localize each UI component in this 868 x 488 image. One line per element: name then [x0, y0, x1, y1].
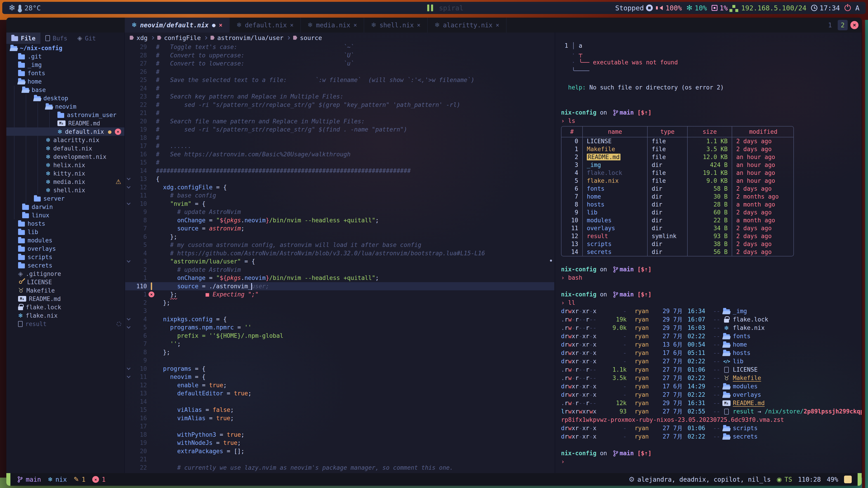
terminal-pane[interactable]: 1 │ a · ┬ · ╰── executable was not found…: [555, 33, 862, 473]
code-line[interactable]: 10 "nvim" = {: [125, 200, 554, 208]
code-line[interactable]: 11 neovim = {: [125, 373, 554, 381]
close-buffer-icon[interactable]: ×: [496, 22, 499, 29]
file-name[interactable]: modules: [733, 382, 758, 391]
tree-item[interactable]: M↓README.md: [6, 119, 124, 127]
file-name[interactable]: home: [733, 340, 747, 349]
tab-page-indicator[interactable]: 2: [838, 20, 848, 30]
file-name[interactable]: flake.lock: [733, 315, 768, 324]
tree-item[interactable]: ❄kitty.nix: [6, 169, 124, 177]
code-line[interactable]: 19 withNodeJs = true;: [125, 439, 554, 447]
tree-item[interactable]: ❄default.nix: [6, 144, 124, 153]
close-buffer-icon[interactable]: ×: [219, 22, 222, 29]
code-line[interactable]: 8 };: [125, 348, 554, 357]
breadcrumb-item[interactable]: configFile: [157, 34, 201, 41]
breadcrumb-item[interactable]: xdg: [130, 34, 148, 41]
close-window-icon[interactable]: ×: [850, 21, 859, 29]
code-line[interactable]: 4 # https://github.com/AstroNvim/AstroNv…: [125, 249, 554, 258]
tree-item[interactable]: ❄shell.nix: [6, 186, 124, 194]
fold-icon[interactable]: [125, 315, 132, 324]
code-line[interactable]: 25# Save the selected text to a file: `:…: [125, 76, 554, 84]
file-name[interactable]: overlays: [733, 391, 761, 399]
code-line[interactable]: 1 onChange = "${pkgs.neovim}/bin/nvim --…: [125, 274, 554, 282]
file-name[interactable]: flake.nix: [733, 324, 765, 332]
close-buffer-icon[interactable]: ×: [353, 22, 357, 29]
editor-scrollbar-dot[interactable]: [550, 260, 552, 262]
neotree-tab-bufs[interactable]: Bufs: [40, 33, 72, 44]
tree-item[interactable]: desktop: [6, 94, 124, 102]
close-file-icon[interactable]: ×: [115, 129, 121, 135]
tree-item[interactable]: overlays: [6, 245, 124, 253]
breadcrumb-item[interactable]: astronvim/lua/user: [211, 34, 283, 41]
code-line[interactable]: 27# Convert to lowercase: `u`: [125, 59, 554, 68]
code-line[interactable]: 3 "astronvim/lua/user" = {: [125, 257, 554, 266]
shell-prompt-caret[interactable]: ›: [561, 457, 862, 466]
tree-item[interactable]: ❄media.nix⚠: [6, 177, 124, 186]
tree-item[interactable]: secrets: [6, 261, 124, 269]
code-line[interactable]: 1× }; ■ Expecting ";": [125, 290, 554, 299]
fold-icon[interactable]: [125, 183, 132, 192]
fold-icon[interactable]: [125, 175, 132, 183]
editor-pane[interactable]: xdgconfigFileastronvim/lua/usersource 29…: [125, 33, 554, 473]
code-line[interactable]: 2 };: [125, 299, 554, 307]
code-line[interactable]: 15 viAlias = false;: [125, 406, 554, 414]
tree-item[interactable]: scripts: [6, 253, 124, 261]
code-line[interactable]: 26#: [125, 68, 554, 76]
neotree-tab-file[interactable]: File: [6, 33, 40, 44]
shell-command[interactable]: › ll: [561, 299, 862, 307]
tree-item[interactable]: ~/nix-config: [6, 44, 124, 52]
buffer-tab[interactable]: ❄alacritty.nix×: [428, 18, 506, 33]
tree-item[interactable]: result: [6, 320, 124, 328]
file-name[interactable]: README.md: [733, 399, 765, 408]
tree-item[interactable]: server: [6, 194, 124, 203]
shell-command[interactable]: › ls: [561, 117, 862, 125]
code-line[interactable]: 110 source = ./astronvim_user;: [125, 282, 554, 291]
code-line[interactable]: 22# sed -ri "s/pattern_str/replace_str/g…: [125, 101, 554, 109]
code-line[interactable]: 11 # base config: [125, 191, 554, 200]
code-line[interactable]: 22 # currently we use lazy.nvim as neovi…: [125, 464, 554, 472]
file-name[interactable]: scripts: [733, 424, 758, 432]
tree-item[interactable]: M↓README.md: [6, 295, 124, 303]
file-name[interactable]: _img: [733, 307, 747, 315]
statusline-git-branch[interactable]: main: [17, 476, 41, 483]
code-line[interactable]: 17: [125, 422, 554, 431]
tree-item[interactable]: .git: [6, 52, 124, 61]
code-line[interactable]: 6 prefix = ''${HOME}/.npm-global: [125, 332, 554, 340]
code-line[interactable]: 6 };: [125, 233, 554, 241]
code-line[interactable]: 16# See https://astronvim.com/Basic%20Us…: [125, 150, 554, 159]
tree-item[interactable]: ❄helix.nix: [6, 161, 124, 169]
code-line[interactable]: 13{: [125, 175, 554, 183]
code-line[interactable]: 7 '';: [125, 340, 554, 348]
tree-item[interactable]: ◈.gitignore: [6, 269, 124, 278]
code-line[interactable]: 3: [125, 307, 554, 315]
file-name[interactable]: lib: [733, 357, 743, 365]
code-line[interactable]: 5 # my cusotom astronvim config, astronv…: [125, 241, 554, 249]
code-line[interactable]: 20 extraPackages = [];: [125, 447, 554, 455]
code-line[interactable]: 14######################################…: [125, 167, 554, 175]
buffer-tab[interactable]: ❄shell.nix×: [364, 18, 428, 33]
fold-icon[interactable]: [125, 365, 132, 373]
code-line[interactable]: 20# Search file name pattern and Replace…: [125, 117, 554, 126]
code-line[interactable]: 16 vimAlias = true;: [125, 414, 554, 422]
file-name[interactable]: secrets: [733, 432, 758, 441]
fold-icon[interactable]: [125, 323, 132, 332]
code-line[interactable]: 21: [125, 455, 554, 464]
tree-item[interactable]: fonts: [6, 69, 124, 77]
code-line[interactable]: 21#: [125, 109, 554, 117]
buffer-tab[interactable]: ❄default.nix×: [230, 18, 301, 33]
code-line[interactable]: 19# sed -ri "s/pattern_str/replace_str/g…: [125, 125, 554, 134]
code-line[interactable]: 7 source = astronvim;: [125, 224, 554, 233]
code-line[interactable]: 9 # update AstroNvim: [125, 208, 554, 216]
buffer-tab[interactable]: ❄neovim/default.nix●×: [125, 18, 230, 33]
code-line[interactable]: 4 nixpkgs.config = {: [125, 315, 554, 324]
tree-item[interactable]: ❄alacritty.nix: [6, 136, 124, 144]
buffer-tab[interactable]: ❄media.nix×: [301, 18, 364, 33]
code-line[interactable]: 15#: [125, 158, 554, 167]
shell-command[interactable]: › bash: [561, 273, 862, 282]
tree-item[interactable]: linux: [6, 211, 124, 219]
code-line[interactable]: 17# ......: [125, 142, 554, 150]
file-name[interactable]: hosts: [733, 349, 750, 357]
code-line[interactable]: 14: [125, 398, 554, 406]
code-area[interactable]: 29# Toggle text's case: `~`28# Convert t…: [125, 43, 554, 472]
code-line[interactable]: 9: [125, 356, 554, 365]
code-line[interactable]: 24#: [125, 84, 554, 93]
